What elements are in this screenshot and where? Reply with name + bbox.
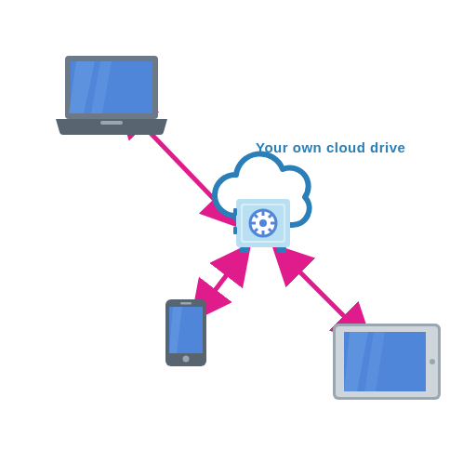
svg-rect-21 [233,227,237,234]
tablet-icon [333,324,441,400]
laptop-icon [56,56,167,135]
smartphone-icon [165,299,206,366]
diagram-canvas [0,0,476,476]
svg-rect-8 [240,247,249,253]
svg-rect-26 [180,302,192,305]
svg-point-32 [430,359,435,364]
title-label: Your own cloud drive [256,139,405,155]
svg-point-11 [259,219,267,227]
svg-rect-20 [233,208,237,216]
svg-point-25 [183,356,190,363]
cloud-safe-icon [215,153,310,253]
svg-rect-9 [277,247,286,253]
svg-rect-4 [100,121,123,125]
